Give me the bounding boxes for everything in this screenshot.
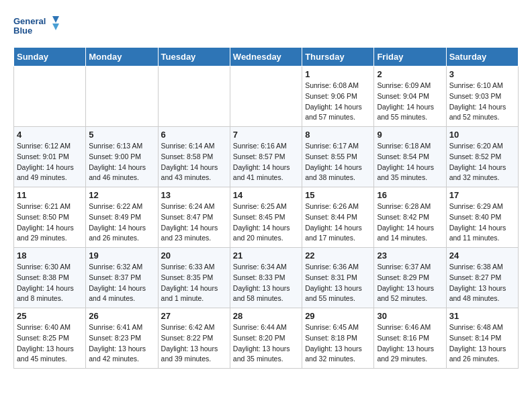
calendar-cell: 21Sunrise: 6:34 AM Sunset: 8:33 PM Dayli… [230, 248, 302, 308]
header-tuesday: Tuesday [158, 48, 230, 66]
day-number: 27 [161, 311, 227, 321]
day-number: 16 [377, 190, 443, 200]
day-number: 22 [305, 250, 371, 261]
day-number: 26 [89, 311, 154, 321]
day-number: 30 [377, 311, 443, 321]
calendar-cell: 24Sunrise: 6:38 AM Sunset: 8:27 PM Dayli… [446, 248, 518, 308]
header-sunday: Sunday [14, 48, 86, 66]
general-blue-logo: General Blue [13, 13, 60, 40]
day-info: Sunrise: 6:09 AM Sunset: 9:04 PM Dayligh… [377, 81, 443, 123]
day-info: Sunrise: 6:14 AM Sunset: 8:58 PM Dayligh… [161, 141, 227, 183]
day-number: 12 [89, 190, 154, 200]
day-number: 9 [377, 130, 443, 140]
day-info: Sunrise: 6:34 AM Sunset: 8:33 PM Dayligh… [233, 262, 299, 304]
week-row-2: 4Sunrise: 6:12 AM Sunset: 9:01 PM Daylig… [14, 127, 519, 187]
svg-marker-3 [52, 24, 59, 30]
day-info: Sunrise: 6:46 AM Sunset: 8:16 PM Dayligh… [377, 322, 443, 365]
calendar-cell: 27Sunrise: 6:42 AM Sunset: 8:22 PM Dayli… [158, 308, 230, 369]
day-number: 13 [161, 190, 227, 200]
day-info: Sunrise: 6:16 AM Sunset: 8:57 PM Dayligh… [233, 141, 299, 183]
day-info: Sunrise: 6:37 AM Sunset: 8:29 PM Dayligh… [377, 262, 443, 304]
day-info: Sunrise: 6:12 AM Sunset: 9:01 PM Dayligh… [17, 141, 83, 183]
week-row-4: 18Sunrise: 6:30 AM Sunset: 8:38 PM Dayli… [14, 248, 519, 308]
header-row: SundayMondayTuesdayWednesdayThursdayFrid… [14, 48, 519, 66]
day-info: Sunrise: 6:26 AM Sunset: 8:44 PM Dayligh… [305, 201, 371, 244]
calendar-cell: 28Sunrise: 6:44 AM Sunset: 8:20 PM Dayli… [230, 308, 302, 369]
day-number: 18 [17, 250, 83, 261]
day-number: 21 [233, 250, 299, 261]
day-info: Sunrise: 6:28 AM Sunset: 8:42 PM Dayligh… [377, 201, 443, 244]
day-info: Sunrise: 6:18 AM Sunset: 8:54 PM Dayligh… [377, 141, 443, 183]
svg-text:Blue: Blue [13, 26, 32, 36]
day-number: 8 [305, 130, 371, 140]
page-header: General Blue [13, 13, 519, 40]
day-info: Sunrise: 6:22 AM Sunset: 8:49 PM Dayligh… [89, 201, 154, 244]
calendar-cell [230, 66, 302, 127]
calendar-cell: 22Sunrise: 6:36 AM Sunset: 8:31 PM Dayli… [302, 248, 374, 308]
day-info: Sunrise: 6:44 AM Sunset: 8:20 PM Dayligh… [233, 322, 299, 365]
day-number: 28 [233, 311, 299, 321]
day-number: 11 [17, 190, 83, 200]
calendar-cell: 9Sunrise: 6:18 AM Sunset: 8:54 PM Daylig… [374, 127, 446, 187]
day-info: Sunrise: 6:38 AM Sunset: 8:27 PM Dayligh… [449, 262, 515, 304]
day-info: Sunrise: 6:20 AM Sunset: 8:52 PM Dayligh… [449, 141, 515, 183]
day-number: 17 [449, 190, 515, 200]
logo: General Blue [13, 13, 60, 40]
calendar-cell: 23Sunrise: 6:37 AM Sunset: 8:29 PM Dayli… [374, 248, 446, 308]
calendar-cell: 6Sunrise: 6:14 AM Sunset: 8:58 PM Daylig… [158, 127, 230, 187]
day-number: 25 [17, 311, 83, 321]
calendar-cell: 7Sunrise: 6:16 AM Sunset: 8:57 PM Daylig… [230, 127, 302, 187]
calendar-cell: 30Sunrise: 6:46 AM Sunset: 8:16 PM Dayli… [374, 308, 446, 369]
day-info: Sunrise: 6:33 AM Sunset: 8:35 PM Dayligh… [161, 262, 227, 304]
day-info: Sunrise: 6:17 AM Sunset: 8:55 PM Dayligh… [305, 141, 371, 183]
calendar-cell: 26Sunrise: 6:41 AM Sunset: 8:23 PM Dayli… [86, 308, 158, 369]
calendar-cell: 12Sunrise: 6:22 AM Sunset: 8:49 PM Dayli… [86, 187, 158, 248]
header-wednesday: Wednesday [230, 48, 302, 66]
calendar-cell: 29Sunrise: 6:45 AM Sunset: 8:18 PM Dayli… [302, 308, 374, 369]
day-info: Sunrise: 6:48 AM Sunset: 8:14 PM Dayligh… [449, 322, 515, 365]
day-info: Sunrise: 6:21 AM Sunset: 8:50 PM Dayligh… [17, 201, 83, 244]
day-info: Sunrise: 6:10 AM Sunset: 9:03 PM Dayligh… [449, 81, 515, 123]
day-number: 2 [377, 69, 443, 79]
calendar-cell: 17Sunrise: 6:29 AM Sunset: 8:40 PM Dayli… [446, 187, 518, 248]
day-info: Sunrise: 6:45 AM Sunset: 8:18 PM Dayligh… [305, 322, 371, 365]
calendar-cell [158, 66, 230, 127]
day-number: 10 [449, 130, 515, 140]
day-info: Sunrise: 6:13 AM Sunset: 9:00 PM Dayligh… [89, 141, 154, 183]
header-saturday: Saturday [446, 48, 518, 66]
day-info: Sunrise: 6:25 AM Sunset: 8:45 PM Dayligh… [233, 201, 299, 244]
calendar-cell [14, 66, 86, 127]
calendar-cell: 31Sunrise: 6:48 AM Sunset: 8:14 PM Dayli… [446, 308, 518, 369]
calendar-cell: 16Sunrise: 6:28 AM Sunset: 8:42 PM Dayli… [374, 187, 446, 248]
day-info: Sunrise: 6:40 AM Sunset: 8:25 PM Dayligh… [17, 322, 83, 365]
calendar-cell: 19Sunrise: 6:32 AM Sunset: 8:37 PM Dayli… [86, 248, 158, 308]
day-number: 31 [449, 311, 515, 321]
day-info: Sunrise: 6:42 AM Sunset: 8:22 PM Dayligh… [161, 322, 227, 365]
calendar-cell: 5Sunrise: 6:13 AM Sunset: 9:00 PM Daylig… [86, 127, 158, 187]
week-row-1: 1Sunrise: 6:08 AM Sunset: 9:06 PM Daylig… [14, 66, 519, 127]
calendar-cell [86, 66, 158, 127]
day-number: 4 [17, 130, 83, 140]
day-number: 5 [89, 130, 154, 140]
calendar-cell: 10Sunrise: 6:20 AM Sunset: 8:52 PM Dayli… [446, 127, 518, 187]
calendar-cell: 8Sunrise: 6:17 AM Sunset: 8:55 PM Daylig… [302, 127, 374, 187]
calendar-body: 1Sunrise: 6:08 AM Sunset: 9:06 PM Daylig… [14, 66, 519, 369]
header-thursday: Thursday [302, 48, 374, 66]
day-info: Sunrise: 6:30 AM Sunset: 8:38 PM Dayligh… [17, 262, 83, 304]
day-info: Sunrise: 6:29 AM Sunset: 8:40 PM Dayligh… [449, 201, 515, 244]
calendar-cell: 13Sunrise: 6:24 AM Sunset: 8:47 PM Dayli… [158, 187, 230, 248]
calendar-cell: 20Sunrise: 6:33 AM Sunset: 8:35 PM Dayli… [158, 248, 230, 308]
calendar-cell: 1Sunrise: 6:08 AM Sunset: 9:06 PM Daylig… [302, 66, 374, 127]
day-number: 23 [377, 250, 443, 261]
calendar-cell: 14Sunrise: 6:25 AM Sunset: 8:45 PM Dayli… [230, 187, 302, 248]
day-number: 7 [233, 130, 299, 140]
calendar-cell: 18Sunrise: 6:30 AM Sunset: 8:38 PM Dayli… [14, 248, 86, 308]
day-number: 24 [449, 250, 515, 261]
day-number: 20 [161, 250, 227, 261]
calendar-cell: 4Sunrise: 6:12 AM Sunset: 9:01 PM Daylig… [14, 127, 86, 187]
week-row-3: 11Sunrise: 6:21 AM Sunset: 8:50 PM Dayli… [14, 187, 519, 248]
day-info: Sunrise: 6:08 AM Sunset: 9:06 PM Dayligh… [305, 81, 371, 123]
day-number: 3 [449, 69, 515, 79]
calendar-cell: 3Sunrise: 6:10 AM Sunset: 9:03 PM Daylig… [446, 66, 518, 127]
svg-marker-2 [52, 16, 59, 23]
